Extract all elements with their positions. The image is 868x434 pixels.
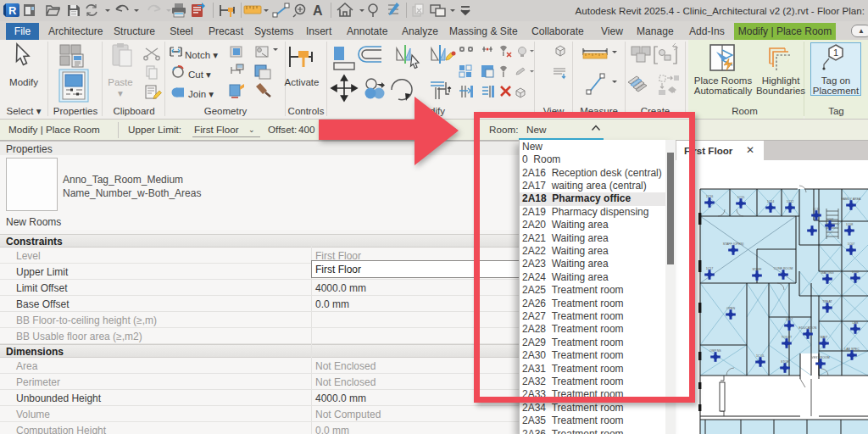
svg-text:VEST ROOM: VEST ROOM bbox=[811, 356, 830, 359]
svg-text:EDUCATION: EDUCATION bbox=[799, 326, 817, 330]
svg-text:WAITING: WAITING bbox=[821, 271, 833, 275]
svg-text:R: R bbox=[8, 4, 17, 17]
svg-text:OPEN: OPEN bbox=[726, 307, 736, 310]
svg-text:FAMILY AREA: FAMILY AREA bbox=[841, 198, 861, 201]
svg-text:LAB SPEC: LAB SPEC bbox=[844, 348, 860, 351]
svg-text:1C08: 1C08 bbox=[846, 223, 854, 226]
svg-text:1C02: 1C02 bbox=[826, 218, 834, 221]
svg-text:STAFF: STAFF bbox=[752, 268, 762, 271]
svg-text:1C15: 1C15 bbox=[737, 196, 745, 199]
svg-text:1: 1 bbox=[833, 47, 838, 58]
svg-text:1C11: 1C11 bbox=[813, 208, 820, 211]
svg-text:LAB: LAB bbox=[853, 321, 859, 325]
svg-text:CONF ROOM: CONF ROOM bbox=[774, 267, 793, 270]
svg-text:1C16: 1C16 bbox=[706, 195, 714, 198]
svg-text:TOILET: TOILET bbox=[782, 336, 793, 339]
svg-text:TREAT: TREAT bbox=[822, 300, 832, 303]
svg-text:1C07: 1C07 bbox=[848, 242, 855, 246]
svg-text:1C12: 1C12 bbox=[787, 200, 794, 203]
svg-text:1C17: 1C17 bbox=[786, 318, 793, 321]
svg-text:OSP NS: OSP NS bbox=[709, 349, 721, 353]
svg-text:STAFF (OPEN): STAFF (OPEN) bbox=[723, 242, 744, 246]
svg-text:STOR: STOR bbox=[781, 360, 789, 364]
svg-text:A: A bbox=[313, 3, 323, 18]
svg-text:1C UL: 1C UL bbox=[756, 354, 765, 358]
svg-text:WAIT: WAIT bbox=[821, 336, 829, 339]
svg-text:1C17: 1C17 bbox=[706, 267, 714, 270]
svg-text:1C02: 1C02 bbox=[852, 270, 860, 274]
svg-text:1C14: 1C14 bbox=[767, 200, 775, 203]
